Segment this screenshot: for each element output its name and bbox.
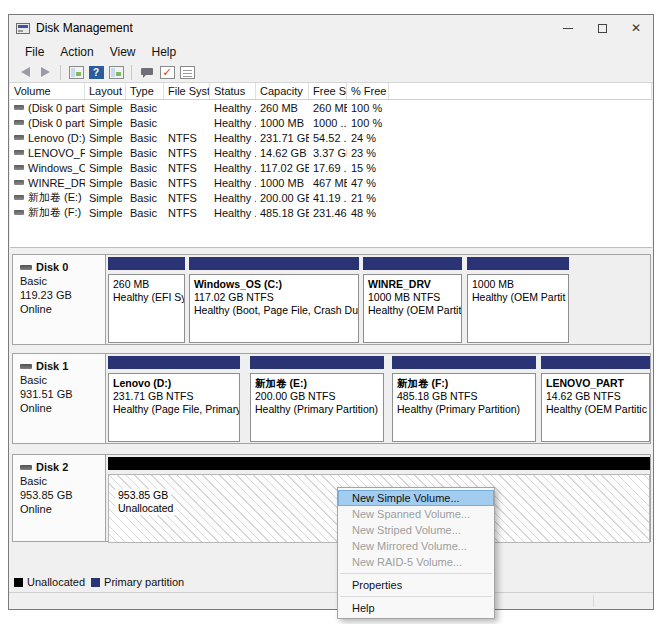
maximize-button[interactable] xyxy=(585,15,619,41)
table-row[interactable]: Windows_OS (... Simple Basic NTFS Health… xyxy=(10,160,652,175)
disk-0-row: Disk 0 Basic 119.23 GB Online 260 MB Hea… xyxy=(12,254,651,345)
volume-status: Healthy ... xyxy=(210,207,256,219)
back-button[interactable] xyxy=(15,63,35,81)
volume-layout: Simple xyxy=(85,147,126,159)
column-header-file-system[interactable]: File System xyxy=(164,83,210,99)
help-icon xyxy=(89,66,104,79)
app-icon xyxy=(16,23,30,34)
menu-item-new-striped-volume[interactable]: New Striped Volume... xyxy=(338,522,494,538)
volume-name: (Disk 0 partitio... xyxy=(28,117,85,129)
toolbar xyxy=(9,62,653,83)
volume-name: WINRE_DRV xyxy=(28,177,85,189)
export-list-button[interactable] xyxy=(157,63,177,81)
partition-title: Lenovo (D:) xyxy=(113,377,235,390)
table-row[interactable]: WINRE_DRV Simple Basic NTFS Healthy ... … xyxy=(10,175,652,190)
table-row[interactable]: (Disk 0 partitio... Simple Basic Healthy… xyxy=(10,100,652,115)
show-console-button[interactable] xyxy=(106,63,126,81)
partition-lenovo-part[interactable]: LENOVO_PART 14.62 GB NTFS Healthy (OEM P… xyxy=(541,356,650,441)
menu-item-new-mirrored-volume[interactable]: New Mirrored Volume... xyxy=(338,538,494,554)
table-row[interactable]: LENOVO_PART Simple Basic NTFS Healthy ..… xyxy=(10,145,652,160)
volume-icon xyxy=(14,150,24,155)
partition-size: 231.71 GB NTFS xyxy=(113,390,235,403)
volume-status: Healthy ... xyxy=(210,117,256,129)
legend-label: Primary partition xyxy=(104,576,184,588)
volume-icon xyxy=(14,135,24,140)
status-strip xyxy=(9,592,653,609)
disk-1-label[interactable]: Disk 1 Basic 931.51 GB Online xyxy=(13,354,106,443)
disk-icon xyxy=(20,465,32,470)
minimize-icon xyxy=(563,28,573,29)
forward-button[interactable] xyxy=(35,63,55,81)
column-header-layout[interactable]: Layout xyxy=(85,83,126,99)
properties-button[interactable] xyxy=(177,63,197,81)
volume-pct-free: 100 % xyxy=(347,117,389,129)
volume-icon xyxy=(14,120,24,125)
column-header-pct-free[interactable]: % Free xyxy=(347,83,389,99)
column-header-free-space[interactable]: Free S... xyxy=(309,83,347,99)
volume-capacity: 200.00 GB xyxy=(256,192,309,204)
table-row[interactable]: Lenovo (D:) Simple Basic NTFS Healthy ..… xyxy=(10,130,652,145)
partition-windows-os-c[interactable]: Windows_OS (C:) 117.02 GB NTFS Healthy (… xyxy=(189,257,359,342)
partition-color-bar xyxy=(189,257,359,270)
volume-fs: NTFS xyxy=(164,162,210,174)
help-button[interactable] xyxy=(86,63,106,81)
partition-new-volume-e[interactable]: 新加卷 (E:) 200.00 GB NTFS Healthy (Primary… xyxy=(250,356,384,441)
export-list-check-icon xyxy=(160,66,175,79)
unallocated-label: Unallocated xyxy=(115,502,176,515)
partition-color-bar xyxy=(363,257,462,270)
menu-file[interactable]: File xyxy=(17,43,52,61)
disk-state: Online xyxy=(20,401,98,415)
partition-status: Healthy (OEM Partit xyxy=(472,291,564,304)
partition-color-bar xyxy=(392,356,536,369)
console-window-icon xyxy=(69,66,84,79)
legend: Unallocated Primary partition xyxy=(14,574,184,590)
table-row[interactable]: (Disk 0 partitio... Simple Basic Healthy… xyxy=(10,115,652,130)
partition-efi[interactable]: 260 MB Healthy (EFI Sy: xyxy=(108,257,185,342)
back-arrow-icon xyxy=(21,67,30,77)
menu-view[interactable]: View xyxy=(102,43,144,61)
disk-name: Disk 1 xyxy=(36,359,68,373)
minimize-button[interactable] xyxy=(551,15,585,41)
partition-winre-drv[interactable]: WINRE_DRV 1000 MB NTFS Healthy (OEM Part… xyxy=(363,257,462,342)
menu-item-help[interactable]: Help xyxy=(338,600,494,616)
toolbar-separator xyxy=(60,65,61,80)
menu-help[interactable]: Help xyxy=(144,43,185,61)
table-row[interactable]: 新加卷 (F:) Simple Basic NTFS Healthy ... 4… xyxy=(10,205,652,220)
close-icon: ✕ xyxy=(631,22,641,34)
column-header-capacity[interactable]: Capacity xyxy=(256,83,309,99)
context-help-button[interactable] xyxy=(137,63,157,81)
partition-oem[interactable]: 1000 MB Healthy (OEM Partit xyxy=(467,257,569,342)
disk-2-label[interactable]: Disk 2 Basic 953.85 GB Online xyxy=(13,455,106,541)
volume-fs: NTFS xyxy=(164,192,210,204)
volume-name: Windows_OS (... xyxy=(28,162,85,174)
volume-pct-free: 100 % xyxy=(347,102,389,114)
disk-0-label[interactable]: Disk 0 Basic 119.23 GB Online xyxy=(13,255,106,344)
volume-pct-free: 15 % xyxy=(347,162,389,174)
menu-item-new-raid5-volume[interactable]: New RAID-5 Volume... xyxy=(338,554,494,570)
menu-action[interactable]: Action xyxy=(52,43,101,61)
partition-size: 14.62 GB NTFS xyxy=(546,390,645,403)
volume-free: 17.69 ... xyxy=(309,162,347,174)
partition-status: Healthy (OEM Partitic xyxy=(546,403,645,416)
disk-management-window: Disk Management ✕ File Action View Help xyxy=(8,14,654,610)
window-title: Disk Management xyxy=(36,21,133,35)
partition-lenovo-d[interactable]: Lenovo (D:) 231.71 GB NTFS Healthy (Page… xyxy=(108,356,240,441)
menu-item-properties[interactable]: Properties xyxy=(338,577,494,593)
volume-fs: NTFS xyxy=(164,132,210,144)
volume-type: Basic xyxy=(126,132,164,144)
context-menu: New Simple Volume... New Spanned Volume.… xyxy=(337,487,495,619)
menu-item-new-simple-volume[interactable]: New Simple Volume... xyxy=(338,490,494,506)
volume-pct-free: 48 % xyxy=(347,207,389,219)
menu-item-new-spanned-volume[interactable]: New Spanned Volume... xyxy=(338,506,494,522)
close-button[interactable]: ✕ xyxy=(619,15,653,41)
partition-new-volume-f[interactable]: 新加卷 (F:) 485.18 GB NTFS Healthy (Primary… xyxy=(392,356,536,441)
column-header-type[interactable]: Type xyxy=(126,83,164,99)
column-header-status[interactable]: Status xyxy=(210,83,256,99)
console-window-button[interactable] xyxy=(66,63,86,81)
volume-status: Healthy ... xyxy=(210,147,256,159)
table-row[interactable]: 新加卷 (E:) Simple Basic NTFS Healthy ... 2… xyxy=(10,190,652,205)
volume-status: Healthy ... xyxy=(210,177,256,189)
volume-layout: Simple xyxy=(85,102,126,114)
volume-free: 231.46... xyxy=(309,207,347,219)
column-header-volume[interactable]: Volume xyxy=(10,83,85,99)
